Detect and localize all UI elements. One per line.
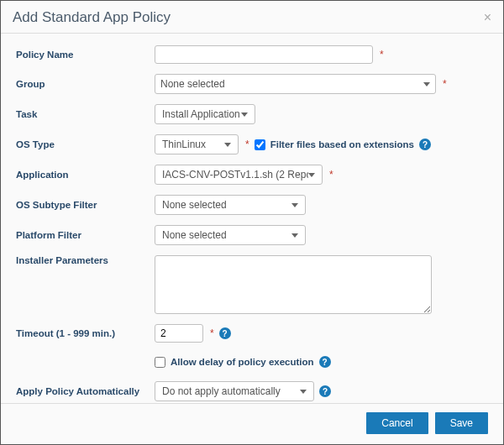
label-application: Application [16, 170, 155, 180]
row-timeout: Timeout (1 - 999 min.) * ? [16, 324, 488, 343]
help-icon[interactable]: ? [319, 385, 331, 397]
modal-dialog: Add Standard App Policy × Policy Name * … [0, 0, 504, 445]
chevron-down-icon [291, 233, 298, 238]
required-marker: * [210, 327, 214, 339]
chevron-down-icon [241, 113, 248, 117]
label-group: Group [16, 79, 155, 89]
group-select-value: None selected [160, 78, 225, 90]
label-platform: Platform Filter [16, 230, 155, 240]
field-policy-name: * [155, 45, 488, 64]
row-group: Group None selected * [16, 74, 488, 94]
save-button[interactable]: Save [435, 412, 488, 434]
row-allow-delay: Allow delay of policy execution ? [16, 353, 488, 371]
os-subtype-select[interactable]: None selected [155, 195, 306, 215]
label-policy-name: Policy Name [16, 50, 155, 60]
help-icon[interactable]: ? [319, 356, 331, 368]
label-os-type: OS Type [16, 139, 155, 149]
os-type-select[interactable]: ThinLinux [155, 134, 239, 154]
required-marker: * [443, 78, 447, 90]
close-icon[interactable]: × [484, 10, 491, 25]
label-installer-params: Installer Parameters [16, 255, 155, 265]
chevron-down-icon [291, 203, 298, 207]
field-allow-delay: Allow delay of policy execution ? [155, 356, 488, 368]
field-task: Install Application [155, 104, 488, 124]
row-task: Task Install Application [16, 104, 488, 124]
field-timeout: * ? [155, 324, 488, 343]
installer-params-textarea[interactable] [155, 255, 432, 314]
apply-policy-select-value: Do not apply automatically [162, 385, 281, 397]
field-application: IACS-CNV-POSTv1.1.sh (2 Reposi * [155, 165, 488, 185]
apply-policy-select[interactable]: Do not apply automatically [155, 381, 314, 401]
platform-select-value: None selected [162, 229, 227, 241]
modal-header: Add Standard App Policy × [1, 1, 503, 34]
cancel-button[interactable]: Cancel [366, 412, 428, 434]
application-select[interactable]: IACS-CNV-POSTv1.1.sh (2 Reposi [155, 165, 323, 185]
required-marker: * [329, 169, 333, 181]
label-os-subtype: OS Subtype Filter [16, 200, 155, 210]
chevron-down-icon [224, 143, 231, 147]
row-policy-name: Policy Name * [16, 45, 488, 64]
chevron-down-icon [300, 390, 307, 394]
row-application: Application IACS-CNV-POSTv1.1.sh (2 Repo… [16, 165, 488, 185]
os-type-select-value: ThinLinux [162, 139, 206, 150]
label-filter-files: Filter files based on extensions [270, 139, 414, 149]
field-apply-policy: Do not apply automatically ? [155, 381, 488, 401]
required-marker: * [380, 49, 384, 60]
allow-delay-checkbox[interactable] [155, 357, 165, 368]
timeout-input[interactable] [155, 324, 203, 343]
modal-title: Add Standard App Policy [13, 9, 171, 26]
help-icon[interactable]: ? [419, 139, 431, 150]
row-os-subtype: OS Subtype Filter None selected [16, 195, 488, 215]
chevron-down-icon [308, 173, 315, 177]
os-subtype-select-value: None selected [162, 199, 227, 211]
label-task: Task [16, 109, 155, 119]
platform-select[interactable]: None selected [155, 225, 306, 245]
label-apply-policy: Apply Policy Automatically [16, 386, 155, 396]
field-group: None selected * [155, 74, 488, 94]
row-apply-policy: Apply Policy Automatically Do not apply … [16, 381, 488, 401]
group-select[interactable]: None selected [155, 74, 436, 94]
field-os-type: ThinLinux * Filter files based on extens… [155, 134, 488, 154]
required-marker: * [245, 139, 249, 150]
field-platform: None selected [155, 225, 488, 245]
policy-name-input[interactable] [155, 45, 373, 64]
modal-body: Policy Name * Group None selected * Task [1, 34, 503, 401]
filter-files-checkbox[interactable] [255, 139, 265, 150]
label-allow-delay: Allow delay of policy execution [171, 357, 314, 367]
modal-footer: Cancel Save [1, 403, 503, 444]
field-os-subtype: None selected [155, 195, 488, 215]
field-installer-params [155, 255, 488, 314]
row-installer-params: Installer Parameters [16, 255, 488, 314]
row-os-type: OS Type ThinLinux * Filter files based o… [16, 134, 488, 154]
help-icon[interactable]: ? [219, 327, 231, 339]
chevron-down-icon [423, 82, 430, 86]
row-platform: Platform Filter None selected [16, 225, 488, 245]
filter-files-group: Filter files based on extensions [255, 139, 414, 150]
label-timeout: Timeout (1 - 999 min.) [16, 328, 155, 338]
application-select-value: IACS-CNV-POSTv1.1.sh (2 Reposi [162, 169, 308, 181]
task-select[interactable]: Install Application [155, 104, 255, 124]
task-select-value: Install Application [162, 108, 240, 120]
